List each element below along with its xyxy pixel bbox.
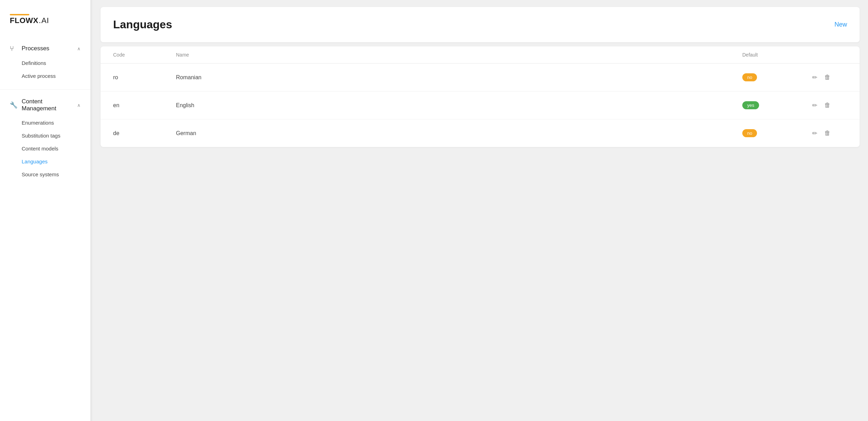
table-row: de German no ✏ 🗑	[101, 119, 860, 147]
cell-code-ro: ro	[113, 74, 176, 81]
cell-code-de: de	[113, 130, 176, 136]
processes-chevron-icon: ∧	[77, 46, 81, 51]
main-content: Languages New Code Name Default ro Roman…	[92, 0, 868, 421]
edit-icon-ro[interactable]: ✏	[812, 74, 817, 81]
logo: FLOWX.AI	[10, 14, 49, 25]
table-header: Code Name Default	[101, 46, 860, 64]
column-header-name: Name	[176, 52, 742, 58]
column-header-code: Code	[113, 52, 176, 58]
badge-no-ro: no	[742, 73, 757, 81]
processes-label: Processes	[22, 45, 77, 52]
logo-ai: AI	[42, 16, 49, 25]
page-title: Languages	[113, 18, 172, 31]
delete-icon-en[interactable]: 🗑	[824, 102, 831, 109]
badge-yes-en: yes	[742, 101, 759, 109]
column-header-actions	[812, 52, 847, 58]
cell-name-de: German	[176, 130, 742, 136]
logo-flow: FLOW	[10, 16, 33, 25]
column-header-default: Default	[742, 52, 812, 58]
content-management-chevron-icon: ∧	[77, 103, 81, 108]
edit-icon-en[interactable]: ✏	[812, 102, 817, 109]
cell-default-ro: no	[742, 73, 812, 81]
content-management-group-header[interactable]: 🔧 Content Management ∧	[0, 94, 90, 116]
languages-table: Code Name Default ro Romanian no ✏ 🗑 en …	[101, 46, 860, 147]
badge-no-de: no	[742, 129, 757, 137]
sidebar-item-substitution-tags[interactable]: Substitution tags	[0, 129, 90, 142]
delete-icon-de[interactable]: 🗑	[824, 130, 831, 137]
sidebar-item-enumerations[interactable]: Enumerations	[0, 116, 90, 129]
page-header-card: Languages New	[101, 7, 860, 42]
logo-area: FLOWX.AI	[0, 0, 90, 32]
content-management-section: 🔧 Content Management ∧ Enumerations Subs…	[0, 91, 90, 186]
sidebar: FLOWX.AI ⑂ Processes ∧ Definitions Activ…	[0, 0, 91, 421]
cell-code-en: en	[113, 102, 176, 109]
edit-icon-de[interactable]: ✏	[812, 130, 817, 137]
table-row: ro Romanian no ✏ 🗑	[101, 64, 860, 91]
logo-text: FLOWX.AI	[10, 16, 49, 25]
sidebar-item-languages[interactable]: Languages	[0, 155, 90, 168]
logo-accent-bar	[10, 14, 29, 15]
sidebar-divider	[0, 89, 90, 90]
cell-default-en: yes	[742, 101, 812, 109]
wrench-icon: 🔧	[10, 101, 17, 109]
content-management-items: Enumerations Substitution tags Content m…	[0, 116, 90, 184]
processes-items: Definitions Active process	[0, 57, 90, 85]
cell-name-en: English	[176, 102, 742, 109]
processes-group-header[interactable]: ⑂ Processes ∧	[0, 40, 90, 57]
cell-name-ro: Romanian	[176, 74, 742, 81]
sidebar-item-source-systems[interactable]: Source systems	[0, 168, 90, 181]
sidebar-item-definitions[interactable]: Definitions	[0, 57, 90, 69]
new-button[interactable]: New	[834, 19, 847, 30]
row-actions-de: ✏ 🗑	[812, 130, 847, 137]
row-actions-en: ✏ 🗑	[812, 102, 847, 109]
processes-icon: ⑂	[10, 45, 17, 52]
sidebar-item-content-models[interactable]: Content models	[0, 142, 90, 155]
logo-x: X	[33, 16, 38, 25]
table-row: en English yes ✏ 🗑	[101, 91, 860, 119]
sidebar-item-active-process[interactable]: Active process	[0, 69, 90, 82]
row-actions-ro: ✏ 🗑	[812, 74, 847, 81]
delete-icon-ro[interactable]: 🗑	[824, 74, 831, 81]
cell-default-de: no	[742, 129, 812, 137]
content-management-label: Content Management	[22, 98, 77, 112]
processes-section: ⑂ Processes ∧ Definitions Active process	[0, 38, 90, 88]
